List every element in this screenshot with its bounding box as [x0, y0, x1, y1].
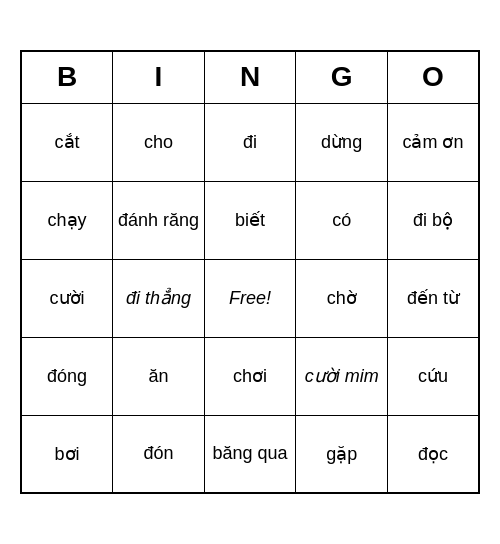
bingo-cell-4-4: đọc: [387, 415, 479, 493]
header-cell-b: B: [21, 51, 113, 103]
bingo-row-3: đóngănchơicười mimcứu: [21, 337, 479, 415]
bingo-cell-2-4: đến từ: [387, 259, 479, 337]
bingo-cell-2-1: đi thẳng: [113, 259, 205, 337]
header-cell-n: N: [204, 51, 296, 103]
bingo-cell-0-4: cảm ơn: [387, 103, 479, 181]
bingo-cell-2-2: Free!: [204, 259, 296, 337]
bingo-cell-0-0: cắt: [21, 103, 113, 181]
bingo-cell-1-2: biết: [204, 181, 296, 259]
bingo-cell-4-0: bơi: [21, 415, 113, 493]
bingo-cell-2-0: cười: [21, 259, 113, 337]
header-cell-g: G: [296, 51, 388, 103]
header-row: BINGO: [21, 51, 479, 103]
bingo-cell-3-1: ăn: [113, 337, 205, 415]
bingo-cell-4-3: gặp: [296, 415, 388, 493]
header-cell-i: I: [113, 51, 205, 103]
bingo-cell-0-2: đi: [204, 103, 296, 181]
bingo-row-2: cườiđi thẳngFree!chờđến từ: [21, 259, 479, 337]
bingo-cell-1-4: đi bộ: [387, 181, 479, 259]
bingo-row-4: bơiđónbăng quagặpđọc: [21, 415, 479, 493]
bingo-cell-0-3: dừng: [296, 103, 388, 181]
bingo-cell-3-3: cười mim: [296, 337, 388, 415]
bingo-row-1: chạyđánh răngbiếtcóđi bộ: [21, 181, 479, 259]
bingo-table: BINGO cắtchođidừngcảm ơnchạyđánh răngbiế…: [20, 50, 480, 494]
bingo-cell-1-1: đánh răng: [113, 181, 205, 259]
bingo-cell-1-0: chạy: [21, 181, 113, 259]
bingo-cell-4-1: đón: [113, 415, 205, 493]
bingo-cell-2-3: chờ: [296, 259, 388, 337]
bingo-cell-3-4: cứu: [387, 337, 479, 415]
bingo-cell-4-2: băng qua: [204, 415, 296, 493]
bingo-cell-1-3: có: [296, 181, 388, 259]
bingo-row-0: cắtchođidừngcảm ơn: [21, 103, 479, 181]
bingo-cell-3-2: chơi: [204, 337, 296, 415]
bingo-cell-0-1: cho: [113, 103, 205, 181]
bingo-cell-3-0: đóng: [21, 337, 113, 415]
header-cell-o: O: [387, 51, 479, 103]
